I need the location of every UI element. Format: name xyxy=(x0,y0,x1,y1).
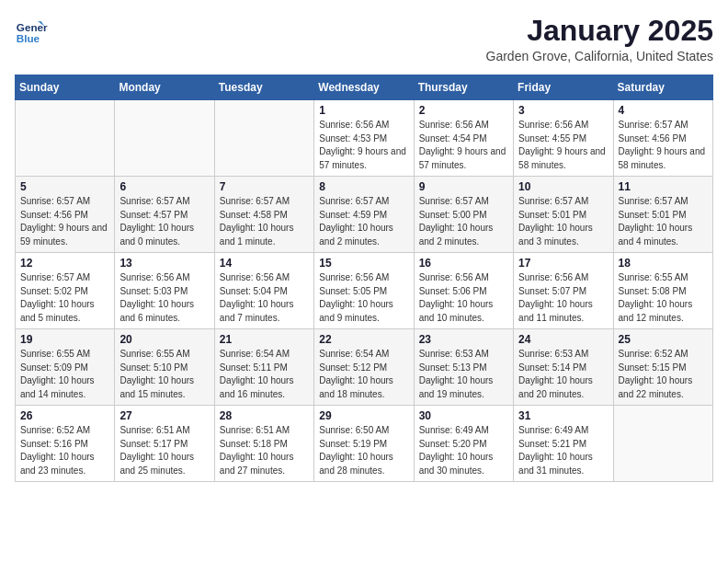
day-number: 22 xyxy=(319,333,408,346)
day-detail: Sunrise: 6:51 AM Sunset: 5:18 PM Dayligh… xyxy=(220,424,309,477)
day-number: 11 xyxy=(619,180,708,193)
day-number: 16 xyxy=(419,257,508,270)
day-detail: Sunrise: 6:56 AM Sunset: 5:05 PM Dayligh… xyxy=(319,271,408,325)
day-detail: Sunrise: 6:56 AM Sunset: 5:06 PM Dayligh… xyxy=(419,271,508,325)
calendar-table: SundayMondayTuesdayWednesdayThursdayFrid… xyxy=(15,75,713,482)
day-cell: 10Sunrise: 6:57 AM Sunset: 5:01 PM Dayli… xyxy=(514,177,613,253)
day-cell: 4Sunrise: 6:57 AM Sunset: 4:56 PM Daylig… xyxy=(613,100,712,177)
week-row-2: 5Sunrise: 6:57 AM Sunset: 4:56 PM Daylig… xyxy=(16,177,713,253)
week-row-4: 19Sunrise: 6:55 AM Sunset: 5:09 PM Dayli… xyxy=(16,329,713,406)
day-number: 31 xyxy=(518,409,608,422)
day-cell xyxy=(613,406,712,482)
day-cell xyxy=(16,100,115,177)
day-cell: 8Sunrise: 6:57 AM Sunset: 4:59 PM Daylig… xyxy=(314,177,414,253)
day-number: 21 xyxy=(220,333,309,346)
day-number: 27 xyxy=(119,409,209,422)
day-detail: Sunrise: 6:57 AM Sunset: 5:01 PM Dayligh… xyxy=(518,195,608,248)
day-number: 10 xyxy=(518,180,608,193)
day-cell: 2Sunrise: 6:56 AM Sunset: 4:54 PM Daylig… xyxy=(414,100,513,177)
weekday-header-row: SundayMondayTuesdayWednesdayThursdayFrid… xyxy=(16,75,713,100)
day-number: 12 xyxy=(20,257,109,270)
day-detail: Sunrise: 6:51 AM Sunset: 5:17 PM Dayligh… xyxy=(119,424,209,477)
day-number: 13 xyxy=(119,257,209,270)
day-number: 18 xyxy=(619,257,708,270)
day-number: 29 xyxy=(319,409,408,422)
day-cell: 5Sunrise: 6:57 AM Sunset: 4:56 PM Daylig… xyxy=(16,177,115,253)
day-cell: 6Sunrise: 6:57 AM Sunset: 4:57 PM Daylig… xyxy=(115,177,214,253)
day-detail: Sunrise: 6:56 AM Sunset: 4:55 PM Dayligh… xyxy=(518,119,608,172)
svg-text:Blue: Blue xyxy=(17,32,40,44)
day-cell: 11Sunrise: 6:57 AM Sunset: 5:01 PM Dayli… xyxy=(613,177,712,253)
day-cell: 9Sunrise: 6:57 AM Sunset: 5:00 PM Daylig… xyxy=(414,177,513,253)
day-number: 30 xyxy=(419,409,508,422)
weekday-header-saturday: Saturday xyxy=(613,75,712,100)
day-number: 4 xyxy=(619,104,708,117)
day-number: 15 xyxy=(319,257,408,270)
day-cell: 24Sunrise: 6:53 AM Sunset: 5:14 PM Dayli… xyxy=(514,329,613,406)
day-cell: 25Sunrise: 6:52 AM Sunset: 5:15 PM Dayli… xyxy=(613,329,712,406)
day-number: 24 xyxy=(518,333,608,346)
day-number: 2 xyxy=(419,104,508,117)
day-detail: Sunrise: 6:55 AM Sunset: 5:08 PM Dayligh… xyxy=(619,271,708,325)
weekday-header-thursday: Thursday xyxy=(414,75,513,100)
day-cell: 22Sunrise: 6:54 AM Sunset: 5:12 PM Dayli… xyxy=(314,329,414,406)
day-detail: Sunrise: 6:57 AM Sunset: 5:01 PM Dayligh… xyxy=(619,195,708,248)
day-cell: 3Sunrise: 6:56 AM Sunset: 4:55 PM Daylig… xyxy=(514,100,613,177)
day-number: 8 xyxy=(319,180,408,193)
day-detail: Sunrise: 6:57 AM Sunset: 4:56 PM Dayligh… xyxy=(619,119,708,172)
logo-icon: General Blue xyxy=(15,15,48,48)
day-cell: 28Sunrise: 6:51 AM Sunset: 5:18 PM Dayli… xyxy=(214,406,313,482)
day-number: 28 xyxy=(220,409,309,422)
day-number: 3 xyxy=(518,104,608,117)
day-number: 25 xyxy=(619,333,708,346)
day-number: 7 xyxy=(220,180,309,193)
day-detail: Sunrise: 6:57 AM Sunset: 4:57 PM Dayligh… xyxy=(119,195,209,248)
day-cell: 30Sunrise: 6:49 AM Sunset: 5:20 PM Dayli… xyxy=(414,406,513,482)
calendar-title: January 2025 xyxy=(486,15,713,47)
day-number: 9 xyxy=(419,180,508,193)
day-number: 26 xyxy=(20,409,109,422)
day-cell: 16Sunrise: 6:56 AM Sunset: 5:06 PM Dayli… xyxy=(414,253,513,329)
day-detail: Sunrise: 6:49 AM Sunset: 5:21 PM Dayligh… xyxy=(518,424,608,477)
day-detail: Sunrise: 6:53 AM Sunset: 5:13 PM Dayligh… xyxy=(419,348,508,401)
day-cell: 31Sunrise: 6:49 AM Sunset: 5:21 PM Dayli… xyxy=(514,406,613,482)
weekday-header-monday: Monday xyxy=(115,75,214,100)
day-detail: Sunrise: 6:57 AM Sunset: 4:59 PM Dayligh… xyxy=(319,195,408,248)
day-number: 20 xyxy=(119,333,209,346)
page-header: General Blue January 2025 Garden Grove, … xyxy=(15,15,713,63)
day-cell: 7Sunrise: 6:57 AM Sunset: 4:58 PM Daylig… xyxy=(214,177,313,253)
day-detail: Sunrise: 6:56 AM Sunset: 4:53 PM Dayligh… xyxy=(319,119,408,172)
weekday-header-friday: Friday xyxy=(514,75,613,100)
day-detail: Sunrise: 6:56 AM Sunset: 5:04 PM Dayligh… xyxy=(220,271,309,325)
day-cell: 12Sunrise: 6:57 AM Sunset: 5:02 PM Dayli… xyxy=(16,253,115,329)
day-cell: 20Sunrise: 6:55 AM Sunset: 5:10 PM Dayli… xyxy=(115,329,214,406)
day-cell: 23Sunrise: 6:53 AM Sunset: 5:13 PM Dayli… xyxy=(414,329,513,406)
day-detail: Sunrise: 6:56 AM Sunset: 5:07 PM Dayligh… xyxy=(518,271,608,325)
day-detail: Sunrise: 6:52 AM Sunset: 5:16 PM Dayligh… xyxy=(20,424,109,477)
day-cell: 29Sunrise: 6:50 AM Sunset: 5:19 PM Dayli… xyxy=(314,406,414,482)
day-detail: Sunrise: 6:49 AM Sunset: 5:20 PM Dayligh… xyxy=(419,424,508,477)
day-cell: 1Sunrise: 6:56 AM Sunset: 4:53 PM Daylig… xyxy=(314,100,414,177)
day-detail: Sunrise: 6:54 AM Sunset: 5:11 PM Dayligh… xyxy=(220,348,309,401)
day-cell: 27Sunrise: 6:51 AM Sunset: 5:17 PM Dayli… xyxy=(115,406,214,482)
day-cell xyxy=(115,100,214,177)
day-cell: 18Sunrise: 6:55 AM Sunset: 5:08 PM Dayli… xyxy=(613,253,712,329)
day-cell: 14Sunrise: 6:56 AM Sunset: 5:04 PM Dayli… xyxy=(214,253,313,329)
day-cell: 15Sunrise: 6:56 AM Sunset: 5:05 PM Dayli… xyxy=(314,253,414,329)
day-number: 23 xyxy=(419,333,508,346)
title-block: January 2025 Garden Grove, California, U… xyxy=(486,15,713,63)
day-detail: Sunrise: 6:56 AM Sunset: 5:03 PM Dayligh… xyxy=(119,271,209,325)
day-detail: Sunrise: 6:54 AM Sunset: 5:12 PM Dayligh… xyxy=(319,348,408,401)
day-detail: Sunrise: 6:57 AM Sunset: 4:56 PM Dayligh… xyxy=(20,195,109,248)
day-detail: Sunrise: 6:53 AM Sunset: 5:14 PM Dayligh… xyxy=(518,348,608,401)
day-cell xyxy=(214,100,313,177)
day-cell: 19Sunrise: 6:55 AM Sunset: 5:09 PM Dayli… xyxy=(16,329,115,406)
weekday-header-wednesday: Wednesday xyxy=(314,75,414,100)
day-cell: 17Sunrise: 6:56 AM Sunset: 5:07 PM Dayli… xyxy=(514,253,613,329)
day-number: 5 xyxy=(20,180,109,193)
day-detail: Sunrise: 6:56 AM Sunset: 4:54 PM Dayligh… xyxy=(419,119,508,172)
day-detail: Sunrise: 6:52 AM Sunset: 5:15 PM Dayligh… xyxy=(619,348,708,401)
week-row-5: 26Sunrise: 6:52 AM Sunset: 5:16 PM Dayli… xyxy=(16,406,713,482)
day-number: 1 xyxy=(319,104,408,117)
day-detail: Sunrise: 6:55 AM Sunset: 5:10 PM Dayligh… xyxy=(119,348,209,401)
